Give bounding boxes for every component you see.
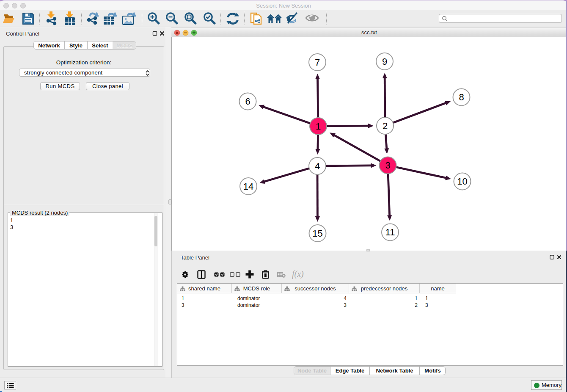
svg-text:7: 7: [315, 57, 320, 68]
svg-text:15: 15: [312, 228, 322, 239]
svg-text:9: 9: [382, 56, 387, 67]
svg-text:14: 14: [243, 181, 253, 192]
svg-text:8: 8: [459, 92, 464, 102]
svg-text:4: 4: [315, 161, 320, 171]
svg-text:6: 6: [245, 96, 250, 107]
svg-text:11: 11: [385, 227, 395, 237]
svg-text:2: 2: [383, 121, 388, 131]
svg-text:1: 1: [316, 121, 321, 132]
svg-text:3: 3: [385, 160, 390, 171]
svg-text:10: 10: [457, 176, 467, 187]
